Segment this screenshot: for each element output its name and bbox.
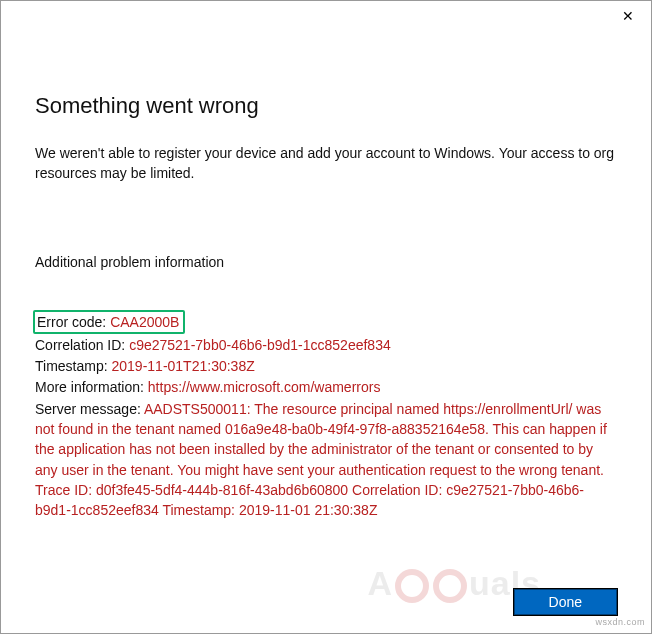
page-title: Something went wrong	[35, 93, 617, 119]
done-button[interactable]: Done	[514, 589, 617, 615]
server-message-row: Server message: AADSTS500011: The resour…	[35, 399, 617, 521]
correlation-id-row: Correlation ID: c9e27521-7bb0-46b6-b9d1-…	[35, 335, 617, 355]
source-watermark: wsxdn.com	[595, 617, 645, 627]
more-info-label: More information:	[35, 379, 148, 395]
dialog-window: ✕ Something went wrong We weren't able t…	[0, 0, 652, 634]
more-info-link[interactable]: https://www.microsoft.com/wamerrors	[148, 379, 381, 395]
more-info-row: More information: https://www.microsoft.…	[35, 377, 617, 397]
error-code-value: CAA2000B	[110, 314, 179, 330]
timestamp-value: 2019-11-01T21:30:38Z	[112, 358, 255, 374]
correlation-id-value: c9e27521-7bb0-46b6-b9d1-1cc852eef834	[129, 337, 391, 353]
close-button[interactable]: ✕	[605, 1, 651, 31]
timestamp-row: Timestamp: 2019-11-01T21:30:38Z	[35, 356, 617, 376]
brand-left: A	[367, 564, 393, 602]
close-icon: ✕	[622, 8, 634, 24]
additional-info-label: Additional problem information	[35, 254, 617, 270]
dialog-footer: Done	[514, 589, 617, 615]
error-description: We weren't able to register your device …	[35, 143, 617, 184]
correlation-id-label: Correlation ID:	[35, 337, 129, 353]
error-code-highlight: Error code: CAA2000B	[33, 310, 185, 334]
timestamp-label: Timestamp:	[35, 358, 112, 374]
content-area: Something went wrong We weren't able to …	[1, 31, 651, 542]
server-message-value: AADSTS500011: The resource principal nam…	[35, 401, 607, 518]
server-message-label: Server message:	[35, 401, 144, 417]
titlebar: ✕	[1, 1, 651, 31]
error-details: Error code: CAA2000B Correlation ID: c9e…	[35, 310, 617, 521]
brand-circle-icon	[433, 569, 467, 603]
error-code-label: Error code:	[37, 314, 110, 330]
brand-circle-icon	[395, 569, 429, 603]
error-code-row: Error code: CAA2000B	[35, 310, 617, 334]
